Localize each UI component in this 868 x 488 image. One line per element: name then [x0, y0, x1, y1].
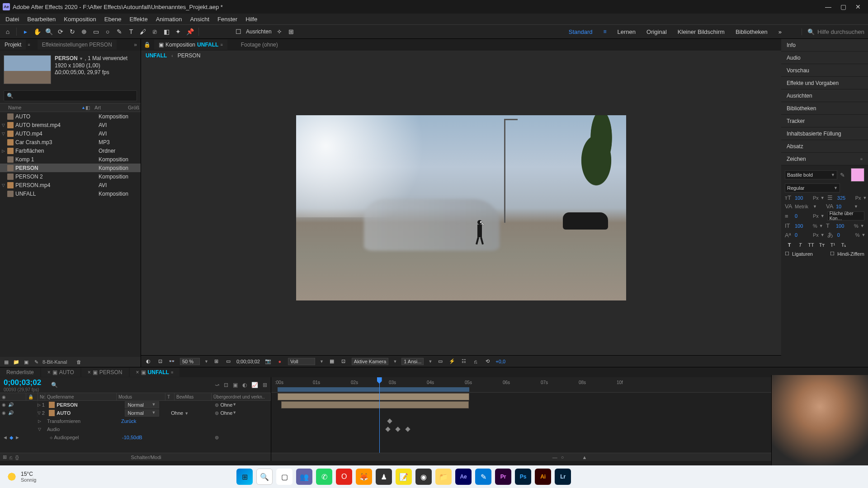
switch-modes-button[interactable]: Schalter/Modi — [131, 455, 161, 460]
col-parent[interactable]: Übergeordnet und verkn.. — [212, 393, 271, 400]
project-item[interactable]: UNFALLKomposition — [0, 189, 141, 198]
ligature-checkbox[interactable]: ☐ — [785, 251, 789, 257]
channel-icon[interactable]: ⊡ — [156, 358, 164, 365]
vscale-value[interactable]: 100 — [795, 223, 811, 229]
toggle-in-out-icon[interactable]: {} — [15, 455, 19, 460]
type-tool-icon[interactable]: T — [127, 28, 135, 36]
panel-audio[interactable]: Audio — [781, 52, 868, 64]
motionblur-icon[interactable]: ◐ — [242, 382, 247, 388]
chevron-down-icon[interactable]: ▼ — [204, 359, 208, 364]
snap-checkbox[interactable]: ☐ — [234, 28, 242, 36]
leading-value[interactable]: 325 — [837, 195, 854, 201]
start-button[interactable]: ⊞ — [236, 469, 253, 485]
panel-bibliotheken[interactable]: Bibliotheken — [781, 102, 868, 115]
smallcaps-button[interactable]: Tᴛ — [817, 241, 826, 249]
rotate-tool-icon[interactable]: ↻ — [68, 28, 76, 36]
explorer-icon[interactable]: 📁 — [435, 469, 452, 485]
delete-icon[interactable]: 🗑 — [75, 358, 82, 366]
lightroom-icon[interactable]: Lr — [555, 469, 571, 485]
menu-ebene[interactable]: Ebene — [101, 15, 125, 23]
crumb-unfall[interactable]: UNFALL — [146, 52, 167, 59]
timeline-tab[interactable]: × ▣ PERSON — [81, 368, 129, 377]
grid-icon[interactable]: ▦ — [328, 358, 335, 365]
resolution-icon[interactable]: ⊞ — [213, 358, 220, 365]
timeline-tab[interactable]: Renderliste — [0, 368, 40, 377]
tracking-value[interactable]: 10 — [836, 204, 852, 209]
bold-button[interactable]: T — [785, 241, 794, 249]
mask-icon[interactable]: 👓 — [168, 358, 175, 365]
search-input[interactable]: Hilfe durchsuchen — [817, 28, 864, 35]
project-item[interactable]: AUTOKomposition — [0, 112, 141, 121]
transform-group[interactable]: ▷TransformierenZurück — [0, 417, 271, 425]
maximize-button[interactable]: ▢ — [840, 3, 846, 10]
panel-overflow-icon[interactable]: » — [134, 42, 141, 48]
playhead[interactable] — [379, 377, 380, 461]
pixel-aspect-icon[interactable]: ▭ — [437, 358, 444, 365]
ellipse-tool-icon[interactable]: ○ — [104, 28, 112, 36]
workspace-kleiner[interactable]: Kleiner Bildschirm — [678, 28, 725, 35]
photoshop-icon[interactable]: Ps — [515, 469, 531, 485]
zoom-out-icon[interactable]: — — [552, 455, 557, 460]
panel-menu-icon[interactable]: ≡ — [26, 42, 32, 47]
col-modus[interactable]: Modus — [117, 393, 165, 400]
col-name[interactable]: Name — [0, 105, 81, 110]
teams-icon[interactable]: 👥 — [296, 469, 312, 485]
project-item[interactable]: Komp 1Komposition — [0, 155, 141, 164]
project-list[interactable]: AUTOKomposition▽AUTO bremst.mp4AVI▽AUTO.… — [0, 112, 141, 357]
project-item[interactable]: Car Crash.mp3MP3 — [0, 138, 141, 146]
timeline-search-icon[interactable]: 🔍 — [51, 382, 58, 388]
weather-widget[interactable]: 15°CSonnig — [6, 471, 36, 483]
audio-group[interactable]: ▽Audio — [0, 425, 271, 433]
roi-icon[interactable]: ▭ — [225, 358, 232, 365]
col-groesse[interactable]: Größ — [128, 105, 141, 110]
col-bewmas[interactable]: BewMas — [175, 393, 212, 400]
col-label[interactable]: ◧ — [85, 105, 94, 111]
timeline-layer-row[interactable]: ◉🔊▽2AUTONormal ▼Ohne ▼⊚ Ohne ▼ — [0, 409, 271, 417]
zoom-dropdown[interactable]: 50 % — [180, 358, 200, 365]
fast-preview-icon[interactable]: ⚡ — [448, 358, 456, 365]
brush-tool-icon[interactable]: 🖌 — [139, 28, 147, 36]
workspace-overflow-icon[interactable]: » — [778, 28, 782, 35]
search-icon[interactable]: 🔍 — [807, 28, 815, 35]
resolution-dropdown[interactable]: Voll — [288, 358, 315, 365]
reset-exposure-icon[interactable]: ⟲ — [484, 358, 491, 365]
project-item[interactable]: ▽AUTO bremst.mp4AVI — [0, 121, 141, 129]
tab-composition[interactable]: ▣ Komposition UNFALL ≡ — [154, 40, 227, 50]
rect-tool-icon[interactable]: ▭ — [92, 28, 100, 36]
color-mgmt-icon[interactable]: ● — [276, 358, 283, 365]
keyframe-icon[interactable] — [395, 427, 400, 432]
col-nr[interactable]: Nr. — [38, 393, 45, 400]
workspace-standard[interactable]: Standard — [569, 28, 593, 35]
zoom-slider[interactable]: ○ — [561, 455, 564, 460]
views-dropdown[interactable]: 1 Ansi... — [401, 358, 424, 365]
frameblend-icon[interactable]: ▣ — [233, 382, 238, 388]
interpret-icon[interactable]: ▦ — [3, 358, 10, 366]
font-size-value[interactable]: 100 — [795, 195, 811, 201]
fill-over-stroke-dropdown[interactable]: Fläche über Kon… — [827, 211, 864, 221]
keyframe-icon[interactable] — [385, 427, 390, 432]
menu-effekte[interactable]: Effekte — [126, 15, 151, 23]
panel-info[interactable]: Info — [781, 39, 868, 52]
minimize-button[interactable]: — — [825, 3, 831, 10]
guides-icon[interactable]: ⊡ — [340, 358, 347, 365]
panel-zeichen[interactable]: Zeichen≡ — [781, 153, 868, 165]
layer-bar-2[interactable] — [281, 401, 469, 408]
workspace-lernen[interactable]: Lernen — [618, 28, 636, 35]
graph-icon[interactable]: 📈 — [251, 382, 258, 388]
timeline-layer-row[interactable]: ◉🔊▷1PERSONNormal ▼⊚ Ohne ▼ — [0, 401, 271, 409]
viewer-timecode[interactable]: 0;00;03;02 — [236, 359, 260, 364]
home-icon[interactable]: ⌂ — [4, 28, 12, 36]
pen-tool-icon[interactable]: ✎ — [115, 28, 123, 36]
app-icon[interactable]: ✎ — [475, 469, 491, 485]
tab-projekt[interactable]: Projekt — [0, 40, 26, 50]
puppet-tool-icon[interactable]: 📌 — [186, 28, 194, 36]
flowchart-icon[interactable]: ⎌ — [472, 358, 479, 365]
obs-icon[interactable]: ◉ — [415, 469, 432, 485]
whatsapp-icon[interactable]: ✆ — [316, 469, 332, 485]
new-comp-icon[interactable]: ▣ — [23, 358, 30, 366]
opera-icon[interactable]: O — [336, 469, 352, 485]
selection-tool-icon[interactable]: ▸ — [21, 28, 29, 36]
draft3d-icon[interactable]: ⊡ — [224, 382, 228, 388]
tab-effect-controls[interactable]: Effekteinstellungen PERSON — [38, 40, 117, 50]
menu-fenster[interactable]: Fenster — [214, 15, 241, 23]
